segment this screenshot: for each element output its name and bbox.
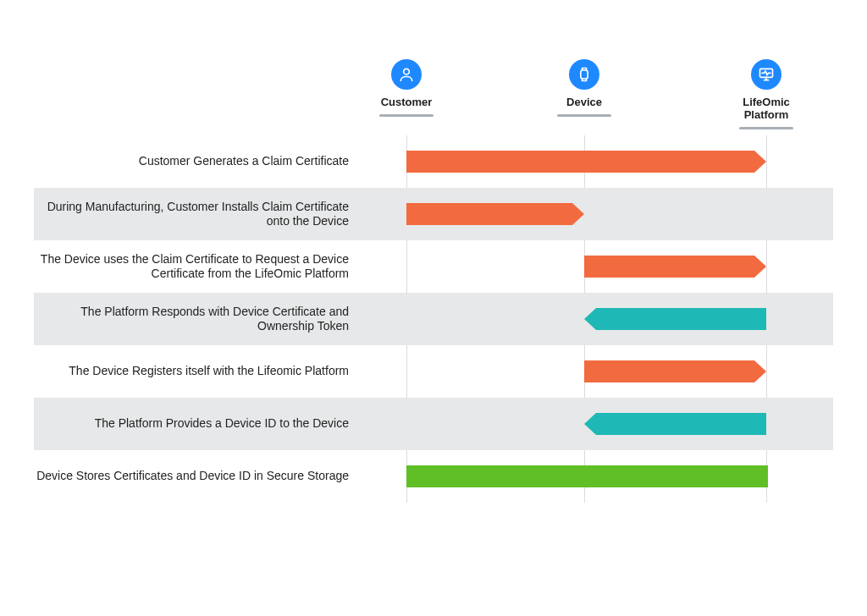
lane-head-platform: LifeOmicPlatform [728,59,804,129]
step-label: Device Stores Certificates and Device ID… [34,469,373,484]
lane-head-customer: Customer [368,59,445,117]
step-label: The Platform Provides a Device ID to the… [34,416,373,432]
message-arrow [406,151,766,173]
note-bar-fill [406,465,768,487]
step-row: The Device uses the Claim Certificate to… [34,240,833,293]
step-row: Customer Generates a Claim Certificate [34,135,833,188]
step-label: During Manufacturing, Customer Installs … [34,200,373,229]
arrow-bar [406,203,572,225]
lanes-header: CustomerDeviceLifeOmicPlatform [34,59,833,135]
svg-point-0 [404,69,410,74]
arrow-bar [596,308,766,330]
arrow-head-left-icon [584,413,596,435]
step-row: The Platform Provides a Device ID to the… [34,398,833,450]
sequence-diagram: CustomerDeviceLifeOmicPlatform Customer … [34,59,833,503]
message-arrow [584,256,766,278]
lane-label: LifeOmicPlatform [728,96,804,122]
lane-underline [379,114,434,117]
message-arrow [584,360,766,382]
note-bar [406,465,768,487]
arrow-bar [584,256,754,278]
step-row: During Manufacturing, Customer Installs … [34,188,833,240]
step-label: The Platform Responds with Device Certif… [34,305,373,334]
arrow-bar [584,360,754,382]
arrow-head-right-icon [754,151,766,173]
message-arrow [584,308,766,330]
svg-rect-1 [581,70,588,79]
lane-label: Customer [368,96,445,109]
step-row: The Platform Responds with Device Certif… [34,293,833,345]
arrow-bar [596,413,766,435]
arrow-head-left-icon [584,308,596,330]
step-row: Device Stores Certificates and Device ID… [34,450,833,503]
message-arrow [406,203,584,225]
rows-container: Customer Generates a Claim CertificateDu… [34,135,833,503]
arrow-head-right-icon [754,256,766,278]
step-label: The Device Registers itself with the Lif… [34,364,373,379]
step-label: Customer Generates a Claim Certificate [34,154,373,169]
lane-underline [739,127,793,129]
lane-underline [557,114,611,117]
monitor-icon [751,59,781,90]
arrow-head-right-icon [572,203,584,225]
step-row: The Device Registers itself with the Lif… [34,345,833,398]
arrow-head-right-icon [754,360,766,382]
arrow-bar [406,151,754,173]
message-arrow [584,413,766,435]
lane-label: Device [546,96,622,109]
lane-head-device: Device [546,59,622,117]
person-icon [391,59,422,90]
watch-icon [569,59,599,90]
step-label: The Device uses the Claim Certificate to… [34,252,373,282]
